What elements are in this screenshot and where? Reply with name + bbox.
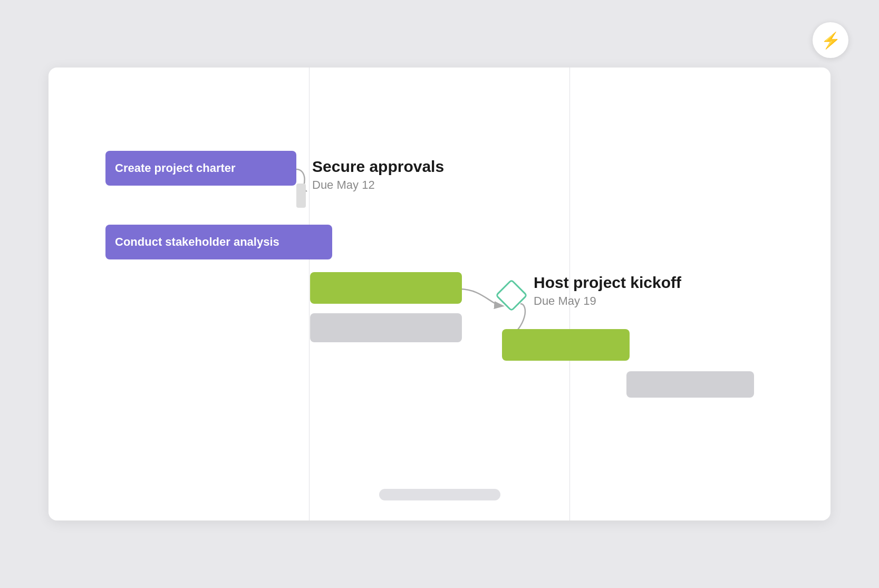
scroll-handle[interactable] xyxy=(379,489,500,500)
arrow-bar-to-kickoff xyxy=(460,289,502,306)
gantt-chart-card: Create project charter Conduct stakehold… xyxy=(49,68,830,520)
lightning-icon: ⚡ xyxy=(821,31,841,50)
callout-host-project-kickoff: Host project kickoff Due May 19 xyxy=(534,273,681,308)
lightning-button[interactable]: ⚡ xyxy=(813,22,848,58)
milestone-pin-secure-approvals xyxy=(296,184,306,208)
callout-due-host-kickoff: Due May 19 xyxy=(534,294,681,308)
callout-title-secure-approvals: Secure approvals xyxy=(312,157,444,176)
task-label: Create project charter xyxy=(115,161,236,175)
task-label: Conduct stakeholder analysis xyxy=(115,235,279,249)
task-create-project-charter[interactable]: Create project charter xyxy=(105,151,296,186)
task-conduct-stakeholder-analysis[interactable]: Conduct stakeholder analysis xyxy=(105,225,332,259)
callout-due-secure-approvals: Due May 12 xyxy=(312,178,444,192)
task-bar-green-1[interactable] xyxy=(310,272,462,304)
task-bar-green-2[interactable] xyxy=(502,329,630,361)
task-bar-gray-2 xyxy=(626,371,754,398)
task-bar-gray-1 xyxy=(310,313,462,342)
gantt-content: Create project charter Conduct stakehold… xyxy=(49,68,830,520)
milestone-diamond-host-kickoff xyxy=(499,283,524,308)
callout-title-host-kickoff: Host project kickoff xyxy=(534,273,681,292)
callout-secure-approvals: Secure approvals Due May 12 xyxy=(312,157,444,192)
